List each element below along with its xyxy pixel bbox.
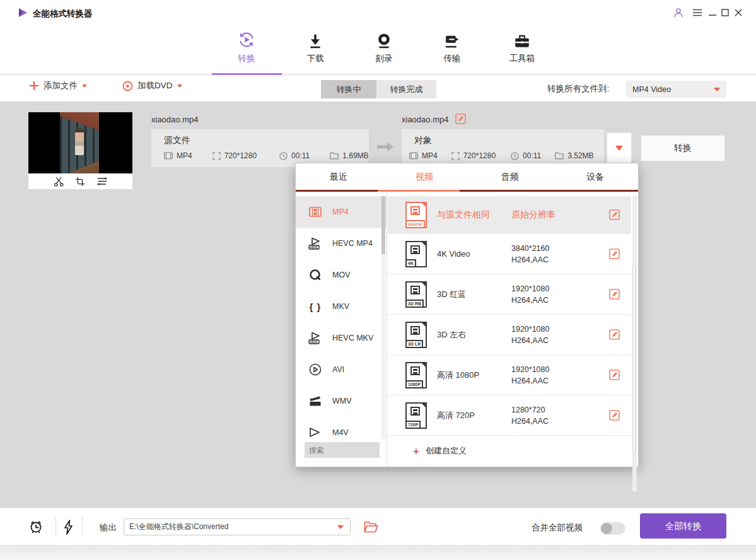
load-dvd-button[interactable]: 加载DVD: [122, 80, 182, 91]
rename-edit-icon[interactable]: [455, 114, 466, 124]
download-icon: [307, 28, 323, 49]
convert-all-to-label: 转换所有文件到:: [547, 83, 609, 95]
tab-converting[interactable]: 转换中: [321, 80, 376, 98]
popup-tab-audio[interactable]: 音频: [467, 163, 553, 190]
format-item-wmv[interactable]: WMV: [296, 385, 387, 417]
format-label: MKV: [332, 302, 349, 311]
output-path-field[interactable]: [124, 518, 351, 535]
nav-tab-toolbox[interactable]: 工具箱: [487, 28, 557, 72]
divider: [82, 516, 83, 537]
convert-button[interactable]: 转换: [641, 135, 725, 161]
format-item-hevc-mp4[interactable]: HEVC HEVC MP4: [296, 228, 387, 259]
chevron-down-icon: [714, 88, 720, 91]
merge-videos-toggle[interactable]: [600, 522, 625, 535]
format-list-panel: MP4 HEVC HEVC MP4 MOV { } MKV: [296, 192, 387, 467]
file-list-area: xiaodao.mp4 源文件 MP4 720*1280 00:11: [0, 102, 756, 508]
close-icon[interactable]: [732, 7, 745, 18]
scrollbar-thumb[interactable]: [381, 196, 385, 254]
crop-icon[interactable]: [75, 177, 85, 187]
preset-row-4k[interactable]: 4K 4K Video 3840*2160H264,AAC: [388, 234, 631, 274]
preset-resolution: 3840*2160: [511, 244, 592, 253]
format-item-m4v[interactable]: M4V: [296, 417, 387, 440]
format-label: HEVC MP4: [332, 239, 373, 248]
bottom-bar: 输出 合并全部视频 全部转换: [0, 508, 756, 545]
source-panel-title: 源文件: [164, 135, 190, 146]
format-item-hevc-mkv[interactable]: HEVC HEVC MKV: [296, 322, 387, 354]
nav-label: 传输: [444, 53, 461, 64]
open-folder-icon[interactable]: [364, 521, 378, 533]
add-files-button[interactable]: 添加文件: [29, 80, 87, 91]
merge-videos-label: 合并全部视频: [532, 522, 583, 534]
preset-1080p-icon: 1080P: [405, 362, 427, 388]
preset-title: 高清 720P: [437, 410, 511, 421]
format-item-mkv[interactable]: { } MKV: [296, 291, 387, 322]
chevron-down-icon: [615, 146, 623, 151]
video-thumbnail-card: [28, 112, 132, 189]
preset-edit-icon[interactable]: [609, 329, 620, 340]
preset-row-3d-lr[interactable]: 3D LR 3D 左右 1920*1080H264,AAC: [388, 315, 631, 355]
target-format-dropdown-button[interactable]: [607, 132, 632, 163]
format-search-input[interactable]: [305, 442, 380, 458]
target-panel-title: 对象: [414, 135, 432, 146]
nav-label: 下载: [307, 53, 324, 64]
format-item-mov[interactable]: MOV: [296, 259, 387, 291]
preset-codec: H264,AAC: [511, 296, 592, 305]
scrollbar-thumb[interactable]: [632, 265, 636, 452]
preset-panel: source 与源文件相同 原始分辨率 4K 4K Video 3840*216…: [388, 192, 638, 467]
trim-scissors-icon[interactable]: [54, 177, 64, 187]
dvd-icon: [122, 81, 133, 91]
preset-row-720p[interactable]: 720P 高清 720P 1280*720H264,AAC: [388, 395, 631, 436]
convert-icon: [237, 28, 256, 49]
effects-adjust-icon[interactable]: [96, 177, 108, 186]
source-duration: 00:11: [279, 151, 310, 160]
hardware-acceleration-icon[interactable]: [63, 520, 74, 535]
target-format: MP4: [409, 151, 438, 160]
nav-tab-convert[interactable]: 转换: [212, 28, 281, 72]
maximize-icon[interactable]: [719, 7, 731, 18]
minimize-icon[interactable]: [706, 7, 719, 18]
popup-tab-recent[interactable]: 最近: [296, 163, 381, 190]
format-list: MP4 HEVC HEVC MP4 MOV { } MKV: [296, 196, 387, 440]
preset-edit-icon[interactable]: [609, 209, 620, 220]
video-frame: [60, 112, 99, 173]
format-item-avi[interactable]: AVI: [296, 354, 387, 385]
preset-row-1080p[interactable]: 1080P 高清 1080P 1920*1080H264,AAC: [388, 355, 631, 395]
preset-row-source[interactable]: source 与源文件相同 原始分辨率: [388, 196, 631, 234]
output-format-dropdown[interactable]: MP4 Video: [626, 81, 726, 98]
preset-edit-icon[interactable]: [609, 370, 620, 380]
convert-all-button[interactable]: 全部转换: [640, 513, 726, 539]
nav-tab-transfer[interactable]: 传输: [417, 28, 487, 72]
preset-row-3d-rb[interactable]: 3D RB 3D 红蓝 1920*1080H264,AAC: [388, 274, 631, 315]
preset-title: 4K Video: [437, 249, 511, 259]
format-list-scrollbar[interactable]: [381, 196, 385, 439]
schedule-clock-icon[interactable]: [28, 519, 44, 535]
popup-tab-video[interactable]: 视频: [381, 163, 467, 190]
format-item-mp4[interactable]: MP4: [296, 196, 387, 228]
tab-finished[interactable]: 转换完成: [376, 80, 436, 98]
popup-tab-device[interactable]: 设备: [552, 163, 638, 190]
target-info-panel: 对象 MP4 720*1280 00:11 3.52MB: [402, 129, 604, 167]
menu-icon[interactable]: [691, 7, 704, 18]
create-custom-button[interactable]: + 创建自定义: [413, 445, 467, 457]
preset-resolution: 1920*1080: [511, 284, 592, 293]
preset-edit-icon[interactable]: [609, 289, 620, 300]
film-icon: [307, 207, 323, 217]
preset-resolution: 1920*1080: [511, 365, 592, 374]
preset-resolution: 1280*720: [511, 405, 592, 414]
burn-disc-icon: [376, 28, 392, 49]
titlebar: 全能格式转换器: [0, 0, 756, 25]
window-bottom-edge: [0, 545, 756, 560]
user-icon[interactable]: [672, 7, 685, 18]
preset-source-icon: source: [405, 202, 427, 228]
nav-tab-burn[interactable]: 刻录: [349, 28, 419, 72]
format-label: AVI: [332, 365, 344, 374]
format-label: HEVC MKV: [332, 334, 373, 342]
preset-720p-icon: 720P: [405, 402, 427, 429]
nav-tab-download[interactable]: 下载: [281, 28, 350, 72]
folder-icon: [555, 152, 564, 160]
output-path-input[interactable]: [124, 523, 337, 532]
preset-title: 3D 红蓝: [437, 289, 511, 300]
preset-scrollbar[interactable]: [632, 196, 637, 491]
preset-edit-icon[interactable]: [609, 410, 620, 421]
preset-edit-icon[interactable]: [609, 248, 620, 259]
